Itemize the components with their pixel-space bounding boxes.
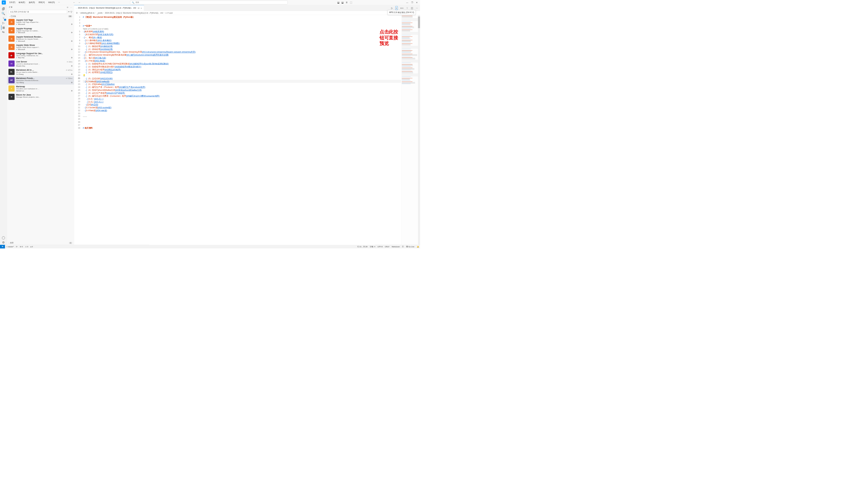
recommended-section[interactable]: › 推荐 1 xyxy=(7,241,74,245)
search-icon[interactable]: 🔍 xyxy=(1,11,6,16)
breadcrumb-item[interactable]: _posts xyxy=(97,12,102,14)
gear-icon[interactable]: ⚙ xyxy=(71,82,72,84)
nav-forward-icon[interactable]: → xyxy=(78,1,80,4)
go-live[interactable]: ⦿ Go Live xyxy=(405,246,416,248)
verified-icon: ✔ xyxy=(16,32,17,33)
extension-publisher: Microsoft xyxy=(18,23,25,25)
extensions-icon[interactable]: ⊞ xyxy=(1,25,6,30)
layout-controls[interactable]: ⬓⬓⫼⬚ xyxy=(337,1,352,4)
breadcrumb-item[interactable]: wkkwky.github.io xyxy=(80,12,95,14)
eol[interactable]: CRLF xyxy=(384,246,391,248)
split-icon[interactable]: ◫ xyxy=(410,6,413,10)
more-icon[interactable]: ··· xyxy=(70,6,72,8)
extension-item[interactable]: Jy Jupyter Cell Tags Jupyter Cell Tags s… xyxy=(7,18,74,26)
more-icon[interactable]: ··· xyxy=(415,6,418,10)
installed-section[interactable]: ⌄ 已安装 33 xyxy=(7,15,74,18)
extension-item[interactable]: Jy Jupyter Slide Show Jupyter Slide Show… xyxy=(7,43,74,51)
breadcrumb-item[interactable]: D: xyxy=(76,12,78,14)
tab-actions: ▷⫞⟵⑂◫··· xyxy=(391,6,420,10)
extension-icon: Jy xyxy=(8,44,15,50)
gear-icon[interactable]: ⚙ xyxy=(71,32,72,34)
code-editor[interactable]: # 【笔记】Sturctured Streaming笔记总结（Python版）#… xyxy=(83,15,401,245)
extension-desc: Jupyter keymaps for notebo... xyxy=(16,30,72,32)
gear-icon[interactable]: ⚙ xyxy=(71,48,72,50)
feedback-icon[interactable]: ☰ xyxy=(401,246,405,248)
debug-icon[interactable]: ▷ xyxy=(1,21,6,25)
layout-icon[interactable]: ⬚ xyxy=(350,1,352,4)
extension-icon: Jy xyxy=(8,36,15,42)
extension-item[interactable]: m Maven for Java Manage Maven projects, … xyxy=(7,93,74,101)
annotation-overlay: 点击此按钮可直接预览 xyxy=(380,29,398,47)
extension-icon: ⟡ xyxy=(8,86,15,92)
extension-icon: Jy xyxy=(8,27,15,33)
extension-publisher: Microsoft xyxy=(18,40,25,42)
settings-icon[interactable]: ⚙ xyxy=(1,240,6,245)
extension-list: Jy Jupyter Cell Tags Jupyter Cell Tags s… xyxy=(7,18,74,241)
modified-indicator: M xyxy=(137,7,139,9)
git-sync[interactable]: ⟳ xyxy=(15,246,19,248)
menu-item[interactable]: ··· xyxy=(57,1,61,4)
files-icon[interactable]: 🗐 xyxy=(1,6,6,11)
run-icon[interactable]: ▷ xyxy=(391,6,394,10)
filter-icon[interactable]: ▽ xyxy=(70,10,72,13)
indent[interactable]: 空格: 4 xyxy=(368,246,376,248)
extension-item[interactable]: (•) Live Server⟳ 10ms Launch a developme… xyxy=(7,60,74,68)
scrollbar[interactable] xyxy=(418,15,420,245)
menu-item[interactable]: 文件(F) xyxy=(8,1,17,4)
extension-item[interactable]: MP Markdown Previe...⟳ 733ms Markdown Pr… xyxy=(7,76,74,85)
gear-icon[interactable]: ⚙ xyxy=(71,73,72,75)
menu-item[interactable]: 编辑(E) xyxy=(17,1,26,4)
gear-icon[interactable]: ⚙ xyxy=(71,40,72,42)
git-branch[interactable]: ⑂ master* xyxy=(5,246,15,248)
extension-item[interactable]: M↓ Markdown All in ...⟳ 127ms All you ne… xyxy=(7,68,74,76)
extension-item[interactable]: Jy Jupyter Notebook Render... Renderers … xyxy=(7,35,74,43)
cursor-position[interactable]: 行 21，列 29 xyxy=(356,246,368,248)
ports[interactable]: ⩍ 0 xyxy=(29,246,34,248)
menu-item[interactable]: 选择(S) xyxy=(27,1,36,4)
extension-name: Markdown Previe... xyxy=(16,77,35,79)
scm-icon[interactable]: ⑂1 xyxy=(1,16,6,21)
warnings[interactable]: ⚠ 0 xyxy=(24,246,29,248)
language[interactable]: Markdown xyxy=(391,246,401,248)
breadcrumb[interactable]: D:›wkkwky.github.io›_posts›2024-06-01-【笔… xyxy=(74,11,420,15)
editor-tab[interactable]: ↓ 2024-06-01-【笔记】Sturctured Streaming笔记总… xyxy=(74,5,144,11)
activation-time: ⟳ 10ms xyxy=(67,61,72,62)
refresh-icon[interactable]: ⟳ xyxy=(67,6,68,8)
layout-icon[interactable]: ⫼ xyxy=(346,1,348,4)
nav-arrows[interactable]: ← → xyxy=(73,1,81,4)
remote-icon[interactable]: ⇋ xyxy=(1,30,6,35)
gear-icon[interactable]: ⚙ xyxy=(71,56,72,58)
breadcrumb-item[interactable]: ⊡ # 目录 xyxy=(165,12,173,14)
gear-icon[interactable]: ⚙ xyxy=(71,65,72,67)
extension-item[interactable]: ☕ Language Support for Jav... Java Linti… xyxy=(7,52,74,60)
encoding[interactable]: UTF-8 xyxy=(376,246,384,248)
extension-item[interactable]: Jy Jupyter Keymap Jupyter keymaps for no… xyxy=(7,26,74,35)
gear-icon[interactable]: ⚙ xyxy=(71,23,72,25)
extension-desc: Java Linting, Intellisense, for... xyxy=(16,54,72,56)
preview-icon[interactable]: ⟵ xyxy=(400,6,404,10)
menu-item[interactable]: 查看(V) xyxy=(37,1,46,4)
breadcrumb-item[interactable]: 2024-06-01-【笔记】Sturctured Streaming笔记总结（… xyxy=(105,12,163,14)
layout-icon[interactable]: ⬓ xyxy=(337,1,339,4)
diff-icon[interactable]: ⑂ xyxy=(406,6,408,10)
window-controls[interactable]: —❐✕ xyxy=(406,1,420,3)
extension-name: Language Support for Jav... xyxy=(16,52,43,54)
window-control-icon[interactable]: ❐ xyxy=(411,1,413,3)
window-control-icon[interactable]: — xyxy=(406,1,408,3)
layout-icon[interactable]: ⬓ xyxy=(341,1,343,4)
command-search[interactable]: 🔍 搜索 xyxy=(130,1,288,4)
close-tab-icon[interactable]: ✕ xyxy=(141,7,142,9)
extension-item[interactable]: ⟡ Markmap Visualize your markdown in ...… xyxy=(7,85,74,93)
gear-icon[interactable]: ⚙ xyxy=(71,90,72,92)
minimap[interactable] xyxy=(401,15,420,245)
window-control-icon[interactable]: ✕ xyxy=(416,1,418,3)
preview-side-icon[interactable]: ⫞ xyxy=(395,6,398,10)
extension-search-input[interactable] xyxy=(9,10,67,14)
account-icon[interactable]: ◯ xyxy=(1,235,6,240)
errors[interactable]: ⊘ 0 xyxy=(19,246,24,248)
menu-item[interactable]: 转到(G) xyxy=(47,1,56,4)
notifications-icon[interactable]: 🔔 xyxy=(416,246,420,248)
nav-back-icon[interactable]: ← xyxy=(73,1,75,4)
clear-icon[interactable]: ≡ xyxy=(68,10,70,13)
remote-indicator[interactable]: ⇋ xyxy=(0,245,5,249)
